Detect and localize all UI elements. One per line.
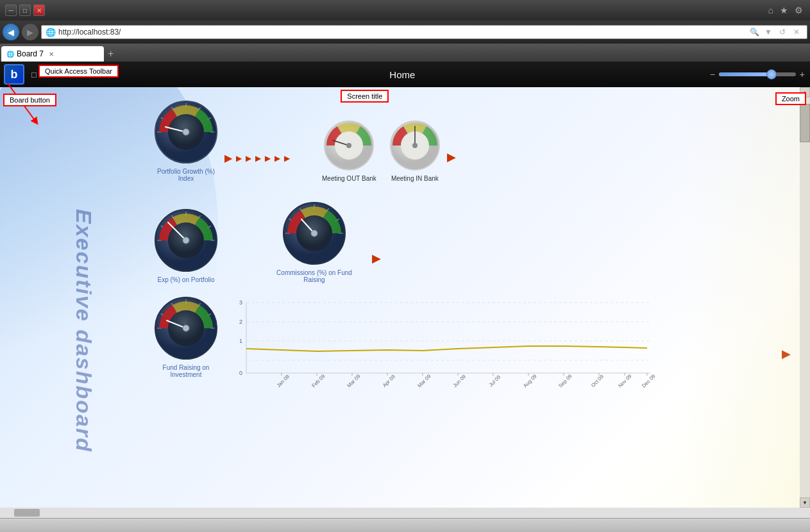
board-button[interactable]: b: [4, 64, 24, 85]
zoom-plus-button[interactable]: +: [798, 69, 806, 79]
back-button[interactable]: ◀: [3, 24, 19, 40]
fund-raising-gauge-wrap: Fund Raising on Investment: [154, 296, 218, 378]
meeting-in-arrow-btn[interactable]: ▶: [447, 151, 456, 163]
restore-button[interactable]: □: [19, 4, 31, 16]
scroll-down-button[interactable]: ▼: [800, 497, 810, 508]
svg-point-11: [183, 129, 189, 135]
home-nav-button[interactable]: Home: [379, 67, 425, 83]
meeting-in-label: Meeting IN Bank: [391, 175, 439, 182]
commissions-label: Commissions (%) on Fund Raising: [276, 269, 353, 283]
scroll-thumb[interactable]: [800, 104, 810, 142]
portfolio-growth-label: Portfolio Growth (%) Index: [154, 168, 218, 182]
browser-tab[interactable]: 🌐 Board 7 ✕: [1, 46, 104, 62]
svg-text:0: 0: [239, 370, 242, 376]
close-button[interactable]: ✕: [33, 4, 45, 16]
svg-point-42: [311, 230, 317, 237]
svg-text:Apr 09: Apr 09: [382, 374, 396, 388]
nav-bar: ◀ ▶ 🌐 🔍 ▼ ↺ ✕: [0, 21, 810, 44]
toolbar-new-icon[interactable]: □: [26, 66, 42, 83]
svg-point-53: [183, 325, 189, 331]
exp-portfolio-gauge-wrap: Exp (%) on Portfolio: [154, 208, 218, 283]
zoom-slider-fill: [719, 72, 769, 76]
line-chart-wrap: 3 2 1 0: [224, 296, 791, 411]
minimize-button[interactable]: ─: [5, 4, 17, 16]
home-icon[interactable]: ⌂: [766, 5, 775, 15]
forward-button[interactable]: ▶: [22, 24, 38, 40]
meeting-in-gauge-wrap: Meeting IN Bank: [389, 120, 441, 182]
scroll-up-button[interactable]: ▲: [800, 87, 810, 97]
arrow-btn-1[interactable]: ▶: [224, 152, 232, 164]
title-bar-left: ─ □ ✕: [5, 4, 45, 16]
row1: Portfolio Growth (%) Index ▶ ▶ ▶ ▶ ▶ ▶ ▶: [154, 100, 791, 182]
toolbar-home-icon[interactable]: ⌂: [62, 66, 78, 83]
arrow-btn-2[interactable]: ▶: [236, 154, 242, 163]
svg-text:Jan 09: Jan 09: [276, 373, 291, 388]
svg-point-20: [412, 143, 418, 148]
svg-text:2: 2: [239, 319, 242, 325]
zoom-slider[interactable]: [719, 72, 796, 76]
ie-icon: 🌐: [46, 28, 56, 37]
toolbar-reset-icon[interactable]: ↺: [44, 66, 60, 83]
h-scroll-thumb[interactable]: [14, 509, 40, 517]
search-dropdown-icon[interactable]: ▼: [762, 26, 775, 38]
vertical-title: Executive dashboard: [71, 138, 96, 508]
toolbar-help-icon[interactable]: ℹ: [80, 66, 96, 83]
browser-window: ─ □ ✕ ⌂ ★ ⚙ ◀ ▶ 🌐 🔍 ▼ ↺ ✕ 🌐 Board 7: [0, 0, 810, 532]
favorites-icon[interactable]: ★: [778, 5, 790, 15]
commissions-arrow: ▶: [372, 251, 381, 283]
row2: Exp (%) on Portfolio: [154, 201, 791, 283]
svg-text:Feb 09: Feb 09: [310, 373, 326, 388]
fund-raising-gauge: [154, 296, 218, 360]
arrow-btn-3[interactable]: ▶: [246, 154, 251, 163]
stop-icon[interactable]: ✕: [790, 26, 803, 38]
status-bar: [0, 518, 810, 532]
chart-arrow-wrap: ▶: [782, 347, 791, 361]
address-bar-wrap: 🌐 🔍 ▼ ↺ ✕: [41, 25, 807, 39]
arrow-btn-5[interactable]: ▶: [265, 154, 271, 163]
title-bar: ─ □ ✕ ⌂ ★ ⚙: [0, 0, 810, 21]
arrow-btn-4[interactable]: ▶: [255, 154, 261, 163]
tab-favicon: 🌐: [6, 51, 14, 58]
dashboard-area: Portfolio Growth (%) Index ▶ ▶ ▶ ▶ ▶ ▶ ▶: [154, 94, 791, 501]
commissions-arrow-btn[interactable]: ▶: [372, 252, 381, 265]
zoom-minus-button[interactable]: −: [709, 69, 716, 79]
row3: Fund Raising on Investment 3 2: [154, 296, 791, 411]
line-chart: 3 2 1 0: [227, 296, 663, 392]
toolbar-right: − + Zoom: [709, 69, 806, 79]
svg-text:3: 3: [239, 299, 242, 306]
svg-text:1: 1: [239, 338, 242, 344]
svg-text:Jun 09: Jun 09: [452, 373, 468, 388]
portfolio-growth-gauge: [154, 100, 218, 164]
content-area: Executive dashboard: [0, 87, 810, 508]
svg-text:Sep 09: Sep 09: [557, 373, 573, 389]
meeting-in-arrow: ▶: [447, 150, 456, 182]
scroll-track: [800, 97, 810, 497]
arrow-btn-7[interactable]: ▶: [284, 154, 290, 163]
svg-text:Mar 09: Mar 09: [346, 373, 361, 388]
meeting-in-gauge: [389, 120, 441, 171]
fund-raising-label: Fund Raising on Investment: [154, 364, 218, 378]
tab-bar: 🌐 Board 7 ✕ +: [0, 44, 810, 62]
arrow-btn-6[interactable]: ▶: [274, 154, 280, 163]
arrow-buttons-row: ▶ ▶ ▶ ▶ ▶ ▶ ▶: [224, 152, 290, 182]
exp-portfolio-label: Exp (%) on Portfolio: [158, 276, 215, 283]
vertical-scrollbar[interactable]: ▲ ▼: [800, 87, 810, 508]
new-tab-button[interactable]: +: [104, 46, 117, 62]
meeting-out-label: Meeting OUT Bank: [322, 175, 376, 182]
screen-title-container: Home Screen title: [379, 67, 425, 83]
chart-arrow-btn[interactable]: ▶: [782, 347, 791, 360]
refresh-icon[interactable]: ↺: [776, 26, 789, 38]
tab-close-button[interactable]: ✕: [49, 51, 54, 58]
svg-text:Dec 09: Dec 09: [641, 373, 657, 389]
commissions-gauge: [282, 201, 346, 265]
commissions-gauge-wrap: Commissions (%) on Fund Raising: [276, 201, 353, 283]
address-input[interactable]: [58, 28, 745, 37]
zoom-thumb[interactable]: [766, 69, 777, 79]
settings-icon[interactable]: ⚙: [793, 5, 805, 15]
svg-text:Oct 09: Oct 09: [590, 374, 605, 388]
board-btn-container: b: [4, 64, 24, 85]
svg-text:Aug 09: Aug 09: [522, 373, 538, 389]
nav-icons: 🔍 ▼ ↺ ✕: [748, 26, 803, 38]
horizontal-scrollbar[interactable]: [0, 508, 810, 518]
search-icon[interactable]: 🔍: [748, 26, 761, 38]
